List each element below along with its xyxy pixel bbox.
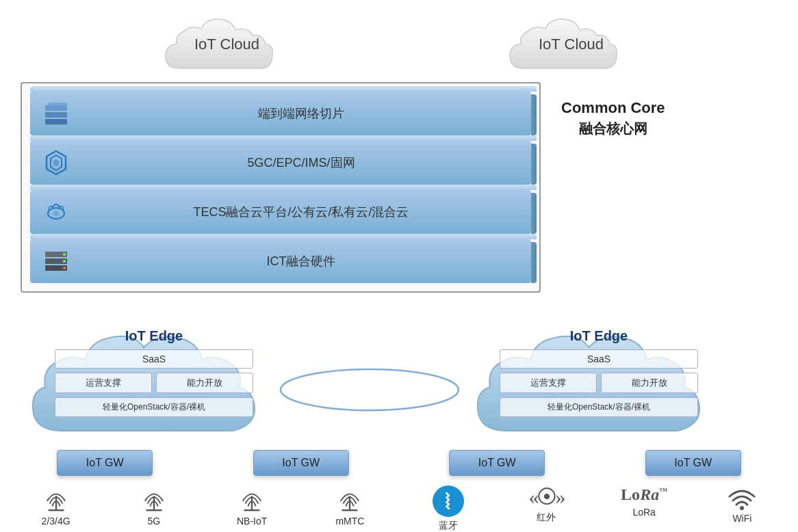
- core-row-ict-text: ICT融合硬件: [82, 253, 520, 269]
- core-row-5gc-text: 5GC/EPC/IMS/固网: [82, 155, 520, 171]
- gw-box-1: IoT GW: [57, 450, 153, 476]
- right-cloud-label: IoT Cloud: [539, 36, 604, 53]
- gw-box-3: IoT GW: [449, 450, 545, 476]
- proto-wifi: WiFi: [704, 486, 780, 524]
- svg-point-27: [348, 496, 351, 498]
- server-icon: [41, 246, 71, 276]
- svg-point-12: [63, 253, 66, 256]
- protocol-row: 2/3/4G 5G NB-IoT: [7, 486, 791, 532]
- left-edge-ops: 运营支撑: [55, 373, 152, 393]
- svg-rect-1: [45, 112, 67, 118]
- svg-point-14: [63, 267, 66, 269]
- svg-point-13: [63, 260, 66, 263]
- proto-ir: «⦿» 红外: [509, 486, 584, 524]
- proto-2g3g4g: 2/3/4G: [18, 486, 94, 527]
- antenna-nbiot-icon: [240, 486, 264, 513]
- proto-mmtc-label: mMTC: [335, 516, 364, 527]
- left-edge-cloud: IoT Edge SaaS 运营支撑 能力开放 轻量化OpenStack/容器/…: [21, 294, 274, 444]
- right-edge-cap: 能力开放: [601, 373, 698, 393]
- lora-icon: LoRa™: [621, 486, 667, 504]
- bluetooth-icon: ⦚: [443, 491, 452, 512]
- svg-point-24: [250, 496, 253, 498]
- svg-rect-0: [45, 119, 67, 124]
- gw-label-4: IoT GW: [674, 457, 712, 469]
- core-row-tecs: TECS融合云平台/公有云/私有云/混合云: [30, 190, 531, 234]
- cloud-merge-icon: [41, 197, 71, 227]
- common-core-box: 端到端网络切片 5GC/EPC/IMS/固网 TECS融合云平台/公有云/私有云…: [21, 82, 541, 293]
- proto-2g3g4g-label: 2/3/4G: [42, 516, 70, 527]
- common-core-zh-text: 融合核心网: [561, 120, 665, 138]
- right-edge-mid: 运营支撑 能力开放: [500, 373, 698, 393]
- gw-row: IoT GW IoT GW IoT GW IoT GW: [7, 450, 791, 476]
- right-edge-saas: SaaS: [500, 349, 698, 369]
- gw-box-4: IoT GW: [645, 450, 741, 476]
- gw-label-3: IoT GW: [478, 457, 516, 469]
- bluetooth-circle: ⦚: [433, 486, 464, 517]
- right-cloud-container: IoT Cloud: [496, 7, 647, 82]
- left-edge-mid: 运营支撑 能力开放: [55, 373, 253, 393]
- proto-5g: 5G: [116, 486, 192, 527]
- svg-point-21: [153, 496, 155, 498]
- ir-icon: «⦿»: [528, 486, 563, 509]
- right-edge-title: IoT Edge: [500, 328, 698, 344]
- gw-box-2: IoT GW: [253, 450, 349, 476]
- proto-5g-label: 5G: [148, 516, 161, 527]
- common-core-label: Common Core 融合核心网: [561, 99, 665, 138]
- svg-point-28: [740, 506, 744, 510]
- svg-point-18: [55, 496, 57, 498]
- svg-point-15: [281, 369, 459, 410]
- left-cloud-icon: IoT Cloud: [159, 7, 296, 82]
- proto-bluetooth: ⦚ 蓝牙: [411, 486, 486, 532]
- proto-lora-label: LoRa: [632, 507, 655, 518]
- right-edge-bottom: 轻量化OpenStack/容器/裸机: [500, 397, 698, 417]
- layers-icon: [41, 98, 71, 129]
- proto-ir-label: 红外: [537, 511, 556, 524]
- svg-point-8: [53, 211, 59, 216]
- antenna-2g3g4g-icon: [44, 486, 68, 513]
- wifi-icon: [727, 486, 757, 510]
- gw-label-2: IoT GW: [282, 457, 320, 469]
- left-edge-cap: 能力开放: [156, 373, 253, 393]
- proto-wifi-label: WiFi: [732, 513, 751, 524]
- left-edge-saas: SaaS: [55, 349, 253, 369]
- proto-nbiot: NB-IoT: [214, 486, 289, 527]
- left-cloud-label: IoT Cloud: [194, 36, 259, 53]
- left-edge-content: IoT Edge SaaS 运营支撑 能力开放 轻量化OpenStack/容器/…: [55, 328, 253, 432]
- proto-mmtc: mMTC: [312, 486, 387, 527]
- gw-label-1: IoT GW: [86, 457, 124, 469]
- left-cloud-container: IoT Cloud: [152, 7, 303, 82]
- right-edge-ops: 运营支撑: [500, 373, 597, 393]
- common-core-en-text: Common Core: [561, 99, 665, 117]
- left-edge-bottom: 轻量化OpenStack/容器/裸机: [55, 397, 253, 417]
- antenna-5g-icon: [142, 486, 166, 513]
- proto-lora: LoRa™ LoRa: [606, 486, 682, 518]
- core-row-5gc: 5GC/EPC/IMS/固网: [30, 141, 531, 185]
- antenna-mmtc-icon: [337, 486, 362, 513]
- right-cloud-icon: IoT Cloud: [503, 7, 640, 82]
- edge-connector: [270, 362, 469, 417]
- core-row-ict: ICT融合硬件: [30, 239, 531, 283]
- svg-rect-3: [48, 103, 67, 107]
- core-row-tecs-text: TECS融合云平台/公有云/私有云/混合云: [82, 204, 520, 220]
- right-edge-cloud: IoT Edge SaaS 运营支撑 能力开放 轻量化OpenStack/容器/…: [465, 294, 719, 444]
- left-edge-title: IoT Edge: [55, 328, 253, 344]
- svg-marker-6: [53, 159, 59, 166]
- top-clouds-section: IoT Cloud IoT Cloud: [0, 0, 798, 82]
- proto-bluetooth-label: 蓝牙: [439, 520, 458, 532]
- core-row-slice-text: 端到端网络切片: [82, 105, 520, 122]
- right-edge-content: IoT Edge SaaS 运营支撑 能力开放 轻量化OpenStack/容器/…: [500, 328, 698, 432]
- proto-nbiot-label: NB-IoT: [237, 516, 267, 527]
- core-row-slice: 端到端网络切片: [30, 92, 531, 135]
- hexagon-icon: [41, 148, 71, 178]
